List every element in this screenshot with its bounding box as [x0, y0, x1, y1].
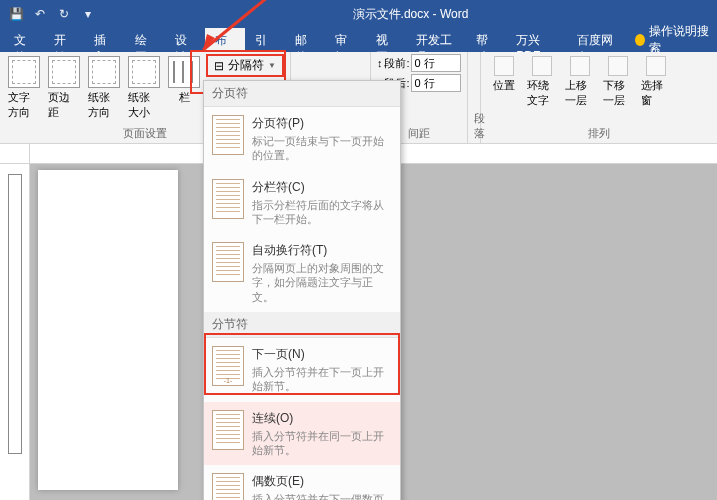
even-page-section-item[interactable]: 偶数页(E)插入分节符并在下一偶数页上开始新节。 [204, 465, 400, 500]
continuous-section-item[interactable]: 连续(O)插入分节符并在同一页上开始新节。 [204, 402, 400, 466]
breaks-dropdown: 分页符 分页符(P)标记一页结束与下一页开始的位置。 分栏符(C)指示分栏符后面… [203, 80, 401, 500]
text-direction-button[interactable]: 文字方向 [6, 54, 42, 124]
paper-size-button[interactable]: 纸张大小 [126, 54, 162, 124]
selection-icon [646, 56, 666, 76]
wrap-icon [532, 56, 552, 76]
tab-mailings[interactable]: 邮件 [285, 28, 325, 52]
qat-customize-icon[interactable]: ▾ [80, 6, 96, 22]
tab-file[interactable]: 文件 [4, 28, 44, 52]
orientation-icon [88, 56, 120, 88]
text-direction-icon [8, 56, 40, 88]
tab-layout[interactable]: 布局 [205, 28, 245, 52]
ribbon-tabs: 文件 开始 插入 绘图 设计 布局 引用 邮件 审阅 视图 开发工具 帮助 万兴… [0, 28, 717, 52]
tab-insert[interactable]: 插入 [84, 28, 124, 52]
save-icon[interactable]: 💾 [8, 6, 24, 22]
document-page[interactable] [38, 170, 178, 490]
redo-icon[interactable]: ↻ [56, 6, 72, 22]
bring-forward-button[interactable]: 上移一层 [563, 54, 597, 124]
group-arrange: 位置 环绕文字 上移一层 下移一层 选择窗 排列 [481, 52, 717, 143]
quick-access-toolbar: 💾 ↶ ↻ ▾ [0, 6, 104, 22]
arrow-up-icon: ↕ [377, 57, 383, 69]
column-break-icon [212, 179, 244, 219]
tab-help[interactable]: 帮助 [466, 28, 506, 52]
columns-button[interactable]: 栏 [166, 54, 202, 124]
continuous-icon [212, 410, 244, 450]
send-backward-button[interactable]: 下移一层 [601, 54, 635, 124]
column-break-item[interactable]: 分栏符(C)指示分栏符后面的文字将从下一栏开始。 [204, 171, 400, 235]
breaks-button[interactable]: ⊟ 分隔符 ▼ [206, 54, 284, 77]
bulb-icon [635, 34, 645, 46]
window-title: 演示文件.docx - Word [104, 6, 717, 23]
ruler-corner [0, 144, 30, 163]
tab-references[interactable]: 引用 [245, 28, 285, 52]
orientation-button[interactable]: 纸张方向 [86, 54, 122, 124]
tab-view[interactable]: 视图 [366, 28, 406, 52]
breaks-icon: ⊟ [214, 59, 224, 73]
next-page-icon [212, 346, 244, 386]
spacing-after-input[interactable]: 0 行 [411, 74, 461, 92]
margins-icon [48, 56, 80, 88]
tab-wanxing[interactable]: 万兴PDF [506, 28, 566, 52]
group-label-arrange: 排列 [487, 124, 711, 143]
position-icon [494, 56, 514, 76]
title-bar: 💾 ↶ ↻ ▾ 演示文件.docx - Word [0, 0, 717, 28]
tab-draw[interactable]: 绘图 [125, 28, 165, 52]
text-wrap-break-item[interactable]: 自动换行符(T)分隔网页上的对象周围的文字，如分隔题注文字与正文。 [204, 234, 400, 312]
undo-icon[interactable]: ↶ [32, 6, 48, 22]
bring-forward-icon [570, 56, 590, 76]
even-page-icon [212, 473, 244, 500]
tab-review[interactable]: 审阅 [325, 28, 365, 52]
chevron-down-icon: ▼ [268, 61, 276, 70]
columns-icon [168, 56, 200, 88]
wrap-text-button[interactable]: 环绕文字 [525, 54, 559, 124]
vertical-ruler[interactable] [0, 164, 30, 500]
next-page-section-item[interactable]: 下一页(N)插入分节符并在下一页上开始新节。 [204, 338, 400, 402]
tell-me-search[interactable]: 操作说明搜索 [627, 28, 717, 52]
page-break-icon [212, 115, 244, 155]
spacing-before-input[interactable]: 0 行 [411, 54, 461, 72]
paper-size-icon [128, 56, 160, 88]
margins-button[interactable]: 页边距 [46, 54, 82, 124]
page-breaks-header: 分页符 [204, 81, 400, 107]
tab-home[interactable]: 开始 [44, 28, 84, 52]
tab-design[interactable]: 设计 [165, 28, 205, 52]
position-button[interactable]: 位置 [487, 54, 521, 124]
group-paragraph: 段落 [468, 52, 481, 143]
page-break-item[interactable]: 分页符(P)标记一页结束与下一页开始的位置。 [204, 107, 400, 171]
tab-baidu[interactable]: 百度网盘 [567, 28, 627, 52]
tab-developer[interactable]: 开发工具 [406, 28, 466, 52]
selection-pane-button[interactable]: 选择窗 [639, 54, 673, 124]
section-breaks-header: 分节符 [204, 312, 400, 338]
text-wrap-break-icon [212, 242, 244, 282]
send-backward-icon [608, 56, 628, 76]
